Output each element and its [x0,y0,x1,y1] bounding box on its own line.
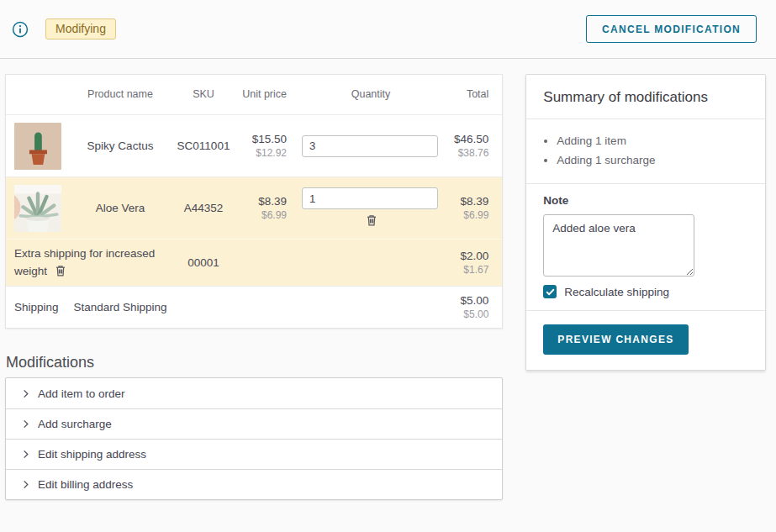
total-cell: $8.39 $6.99 [446,195,488,221]
product-sku: SC011001 [171,140,236,152]
shipping-method: Standard Shipping [70,300,171,315]
table-header-row: Product name SKU Unit price Quantity Tot… [6,75,502,114]
cancel-modification-button[interactable]: CANCEL MODIFICATION [586,15,757,43]
status-badge: Modifying [45,18,116,40]
total-gross: $5.00 [446,294,488,307]
header-quantity: Quantity [295,88,446,102]
product-name: Aloe Vera [70,201,171,216]
note-textarea[interactable]: Added aloe vera [543,214,694,277]
chevron-right-icon [21,419,30,429]
unit-price-gross: $15.50 [236,133,287,145]
total-cell: $2.00 $1.67 [446,250,488,276]
total-gross: $8.39 [446,195,488,208]
modifications-accordion: Add item to order Add surcharge Edit shi… [5,377,503,500]
table-row: Extra shipping for increased weight 0000… [6,239,502,286]
accordion-add-item-to-order[interactable]: Add item to order [6,378,502,408]
trash-icon [54,264,67,277]
accordion-item-label: Edit shipping address [38,448,146,461]
order-items-table: Product name SKU Unit price Quantity Tot… [5,74,503,329]
modifications-title: Modifications [6,354,503,371]
remove-item-button[interactable] [363,212,380,229]
note-section: Note Added aloe vera Recalculate shippin… [526,184,765,311]
accordion-add-surcharge[interactable]: Add surcharge [6,408,502,439]
summary-panel: Summary of modifications Adding 1 item A… [525,74,766,371]
summary-item: Adding 1 item [557,131,748,150]
top-bar: Modifying CANCEL MODIFICATION [0,0,776,59]
unit-price-cell: $8.39 $6.99 [236,195,295,221]
unit-price-cell: $15.50 $12.92 [236,133,295,159]
total-cell: $5.00 $5.00 [446,294,488,320]
info-icon[interactable] [12,21,29,38]
header-unit-price: Unit price [236,88,295,102]
summary-list: Adding 1 item Adding 1 surcharge [526,119,765,184]
accordion-item-label: Add item to order [38,387,125,400]
chevron-right-icon [21,389,30,398]
chevron-right-icon [21,450,30,459]
product-image-cactus [14,123,70,170]
total-net: $6.99 [446,209,488,221]
quantity-input[interactable] [302,187,438,209]
product-name: Spiky Cactus [70,139,171,154]
header-total: Total [446,88,488,102]
chevron-right-icon [21,480,30,489]
summary-item: Adding 1 surcharge [557,150,748,170]
product-sku: A44352 [171,202,236,214]
unit-price-gross: $8.39 [236,195,287,208]
table-row: Aloe Vera A44352 $8.39 $6.99 [6,176,502,239]
total-net: $5.00 [446,308,488,320]
preview-changes-button[interactable]: PREVIEW CHANGES [543,324,688,355]
total-net: $38.76 [446,147,488,159]
surcharge-sku: 00001 [171,256,236,269]
header-sku: SKU [171,88,236,102]
accordion-edit-billing-address[interactable]: Edit billing address [6,469,502,499]
recalculate-shipping-label[interactable]: Recalculate shipping [564,286,669,298]
recalculate-shipping-checkbox[interactable] [543,285,557,298]
header-product-name: Product name [70,88,171,102]
modifications-section: Modifications Add item to order Add surc… [5,354,503,500]
accordion-item-label: Edit billing address [38,478,133,491]
table-row: Spiky Cactus SC011001 $15.50 $12.92 $46.… [6,114,502,176]
total-net: $1.67 [446,264,488,276]
table-row: Shipping Standard Shipping $5.00 $5.00 [6,286,502,328]
unit-price-net: $12.92 [236,147,287,159]
total-gross: $2.00 [446,250,488,262]
trash-icon [365,213,378,227]
accordion-edit-shipping-address[interactable]: Edit shipping address [6,439,502,469]
product-image-aloe [14,185,70,232]
checkmark-icon [546,287,555,297]
total-cell: $46.50 $38.76 [446,133,488,159]
quantity-input[interactable] [302,135,438,157]
accordion-item-label: Add surcharge [38,418,112,430]
summary-title: Summary of modifications [526,75,765,119]
shipping-row-label: Shipping [14,301,70,313]
note-label: Note [543,194,748,207]
total-gross: $46.50 [446,133,488,145]
unit-price-net: $6.99 [236,209,287,221]
remove-surcharge-button[interactable] [52,262,69,279]
surcharge-name: Extra shipping for increased weight [14,247,155,277]
